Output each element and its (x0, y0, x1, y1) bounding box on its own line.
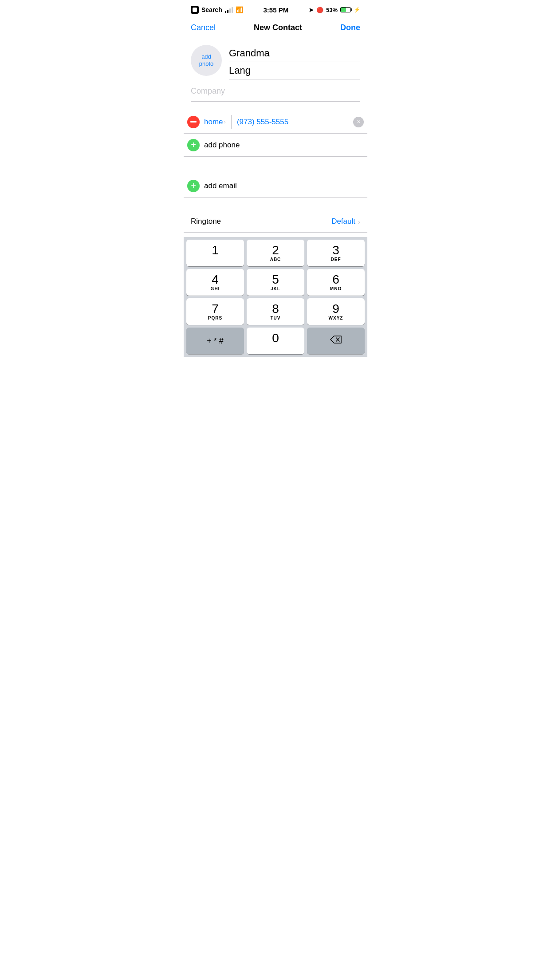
key-4-letters: GHI (211, 286, 220, 291)
company-input[interactable] (191, 81, 360, 102)
key-2[interactable]: 2 ABC (247, 240, 304, 266)
add-phone-row: + add phone (184, 134, 367, 157)
key-delete[interactable] (307, 328, 365, 354)
battery-percent: 53% (326, 7, 338, 13)
signal-bar-1 (225, 11, 226, 13)
key-2-letters: ABC (270, 257, 281, 262)
ringtone-label: Ringtone (191, 217, 221, 226)
wifi-icon: 📶 (236, 6, 243, 13)
plus-email-icon: + (191, 181, 196, 190)
key-0-num: 0 (272, 332, 279, 344)
location-icon: ➤ (309, 7, 314, 13)
remove-phone-button[interactable] (187, 116, 200, 128)
charge-icon: ⚡ (354, 7, 360, 13)
section-gap-1 (184, 102, 367, 111)
status-bar: Search 📶 3:55 PM ➤ 🔴 53% ⚡ (184, 0, 367, 20)
key-5-letters: JKL (271, 286, 280, 291)
phone-divider (231, 115, 232, 129)
done-button[interactable]: Done (340, 23, 360, 32)
app-name-label: Search (201, 6, 222, 13)
page-title: New Contact (254, 23, 302, 32)
ringtone-right: Default › (331, 217, 360, 226)
key-4-num: 4 (212, 273, 219, 286)
battery-fill (341, 8, 346, 12)
key-symbols[interactable]: + * # (186, 328, 244, 354)
add-email-label: add email (204, 182, 237, 190)
key-5[interactable]: 5 JKL (247, 269, 304, 296)
key-3-num: 3 (332, 244, 339, 257)
svg-rect-0 (193, 8, 197, 12)
status-time: 3:55 PM (263, 6, 288, 14)
phone-label-chevron: › (224, 119, 226, 125)
clear-phone-button[interactable] (353, 117, 364, 127)
last-name-input[interactable] (229, 62, 360, 79)
bluetooth-icon: 🔴 (316, 7, 323, 13)
plus-icon: + (191, 140, 196, 149)
add-email-button[interactable]: + (187, 180, 200, 192)
signal-bars (225, 7, 233, 13)
company-row (184, 81, 367, 102)
key-1[interactable]: 1 (186, 240, 244, 266)
key-8-letters: TUV (271, 316, 281, 320)
phone-number-input[interactable] (233, 112, 353, 132)
name-fields (229, 45, 360, 79)
keyboard-row-2: 4 GHI 5 JKL 6 MNO (186, 269, 365, 296)
key-7[interactable]: 7 PQRS (186, 298, 244, 325)
key-3-letters: DEF (331, 257, 341, 262)
keyboard-row-3: 7 PQRS 8 TUV 9 WXYZ (186, 298, 365, 325)
signal-bar-3 (229, 8, 231, 13)
key-8-num: 8 (272, 303, 279, 315)
phone-label-text: home (204, 118, 223, 126)
form-top: addphoto (191, 45, 360, 79)
keyboard-row-4: + * # 0 (186, 328, 365, 354)
key-0-letters (275, 345, 276, 350)
cancel-button[interactable]: Cancel (191, 23, 216, 32)
section-gap-2 (184, 157, 367, 166)
key-0[interactable]: 0 (247, 328, 304, 354)
phone-label-button[interactable]: home › (200, 118, 229, 126)
key-9-num: 9 (332, 303, 339, 315)
key-1-letters (214, 257, 216, 262)
key-6-num: 6 (332, 273, 339, 286)
add-phone-button[interactable]: + (187, 139, 200, 151)
signal-bar-2 (227, 10, 228, 13)
key-9[interactable]: 9 WXYZ (307, 298, 365, 325)
contact-form: addphoto (184, 38, 367, 79)
key-symbols-label: + * # (207, 336, 224, 346)
add-phone-label: add phone (204, 141, 240, 150)
add-email-row: + add email (184, 174, 367, 198)
status-right: ➤ 🔴 53% ⚡ (309, 7, 360, 13)
battery-icon (340, 7, 351, 12)
nav-bar: Cancel New Contact Done (184, 20, 367, 38)
key-6-letters: MNO (330, 286, 342, 291)
delete-icon (330, 335, 342, 347)
key-7-letters: PQRS (208, 316, 222, 320)
key-9-letters: WXYZ (329, 316, 343, 320)
key-2-num: 2 (272, 244, 279, 257)
key-6[interactable]: 6 MNO (307, 269, 365, 296)
app-icon (191, 6, 199, 14)
phone-row: home › (184, 111, 367, 134)
key-1-num: 1 (212, 244, 219, 257)
section-gap-3 (184, 166, 367, 174)
ringtone-row[interactable]: Ringtone Default › (184, 211, 367, 233)
key-7-num: 7 (212, 303, 219, 315)
signal-bar-4 (232, 7, 233, 13)
key-5-num: 5 (272, 273, 279, 286)
add-photo-label: addphoto (199, 53, 214, 67)
keyboard-row-1: 1 2 ABC 3 DEF (186, 240, 365, 266)
key-4[interactable]: 4 GHI (186, 269, 244, 296)
key-3[interactable]: 3 DEF (307, 240, 365, 266)
add-photo-button[interactable]: addphoto (191, 45, 222, 76)
status-left: Search 📶 (191, 6, 243, 14)
key-8[interactable]: 8 TUV (247, 298, 304, 325)
first-name-input[interactable] (229, 45, 360, 62)
ringtone-chevron: › (358, 218, 360, 225)
ringtone-value: Default (331, 217, 355, 226)
numeric-keyboard: 1 2 ABC 3 DEF 4 GHI 5 JKL 6 MNO 7 PQRS (184, 237, 367, 357)
